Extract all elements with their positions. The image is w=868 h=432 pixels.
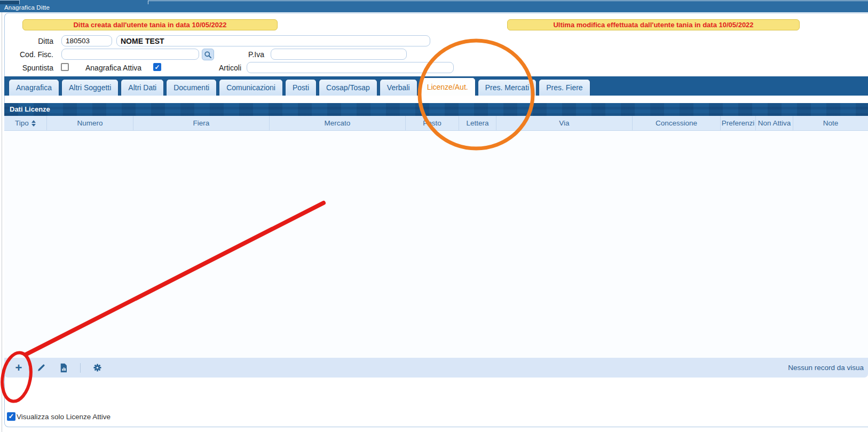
tab-comunicazioni[interactable]: Comunicazioni [219,79,283,96]
export-report-button[interactable] [58,362,69,374]
column-lettera[interactable]: Lettera [459,116,496,130]
visualizza-licenze-attive-checkbox[interactable]: ✓ [7,412,15,421]
visualizza-licenze-attive-label: Visualizza solo Licenze Attive [17,413,111,421]
anagrafica-attiva-label: Anagrafica Attiva [85,64,141,72]
column-posto[interactable]: Posto [406,116,459,130]
tab-posti[interactable]: Posti [285,79,317,96]
tab-licenze-aut[interactable]: Licenze/Aut. [420,77,476,96]
cod-fisc-label: Cod. Fisc. [0,50,53,59]
grid-toolbar: + [4,358,868,378]
record-count-status: Nessun record da visua [788,364,865,372]
grid-title: Dati Licenze [4,103,868,116]
browser-tab-outline [148,1,868,1]
cod-fisc-input[interactable] [61,49,199,60]
column-tipo-label: Tipo [15,119,29,127]
tab-altri-dati[interactable]: Altri Dati [121,79,164,96]
sort-icon[interactable] [31,120,36,127]
toolbar-separator [80,363,81,373]
search-icon [204,51,212,59]
column-via[interactable]: Via [496,116,633,130]
grid-column-header: Tipo Numero Fiera Mercato Posto Lettera … [4,116,868,131]
tab-verbali[interactable]: Verbali [380,79,417,96]
column-numero[interactable]: Numero [47,116,133,130]
modified-banner: Ultima modifica effettuata dall'utente t… [507,19,800,30]
grid-body-empty [4,131,868,358]
search-button[interactable] [202,49,214,60]
add-record-button[interactable]: + [13,362,25,374]
file-chart-icon [59,363,68,373]
section-tab-bar: Anagrafica Altri Soggetti Altri Dati Doc… [4,76,868,96]
tab-pres-mercati[interactable]: Pres. Mercati [478,79,536,96]
pencil-icon [37,363,46,372]
column-tipo[interactable]: Tipo [4,116,47,130]
tab-cosap-tosap[interactable]: Cosap/Tosap [319,79,377,96]
window-left-border [2,12,2,432]
articoli-input[interactable] [247,62,454,73]
tab-pres-fiere[interactable]: Pres. Fiere [539,79,590,96]
column-non-attiva[interactable]: Non Attiva [756,116,793,130]
piva-label: P.Iva [214,50,264,59]
page-title: Anagrafica Ditte [4,4,50,11]
column-mercato[interactable]: Mercato [270,116,406,130]
column-note[interactable]: Note [793,116,868,130]
spuntista-label: Spuntista [0,64,53,72]
tab-altri-soggetti[interactable]: Altri Soggetti [61,79,119,96]
articoli-label: Articoli [187,64,241,72]
ditta-name-input[interactable] [116,35,430,46]
created-banner: Ditta creata dall'utente tania in data 1… [22,19,278,30]
tab-anagrafica[interactable]: Anagrafica [9,79,59,96]
column-preferenzi[interactable]: Preferenzi [721,116,756,130]
browser-tab-outline-edge [148,1,148,4]
ditta-code-input[interactable] [61,35,112,46]
browser-tab-partial[interactable] [0,0,20,4]
plus-icon: + [15,363,22,373]
piva-input[interactable] [271,49,407,60]
gear-icon [93,363,102,372]
settings-button[interactable] [91,362,103,374]
column-fiera[interactable]: Fiera [133,116,270,130]
edit-record-button[interactable] [35,362,47,374]
tab-documenti[interactable]: Documenti [166,79,217,96]
ditta-label: Ditta [0,37,53,45]
column-concessione[interactable]: Concessione [633,116,721,130]
anagrafica-attiva-checkbox[interactable]: ✓ [153,63,161,71]
window-header: Anagrafica Ditte [0,0,868,12]
spuntista-checkbox[interactable] [61,63,69,71]
